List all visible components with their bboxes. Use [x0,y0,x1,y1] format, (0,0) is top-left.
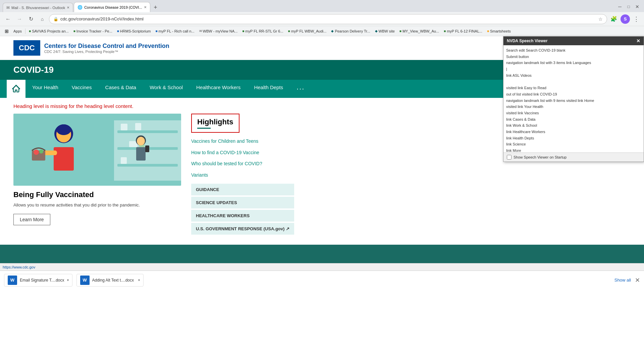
browser-tabs: ✉ Mail - S. Bhuvaneswari - Outlook ✕ 🌐 C… [3,0,160,12]
nvda-line-13: link Healthcare Workers [506,130,545,134]
extensions-icon[interactable]: 🧩 [609,14,619,24]
bookmark-myview[interactable]: ■MY_View_WBW_Au... [397,28,441,34]
bookmark-sep-1 [25,28,25,34]
nvda-startup-checkbox[interactable] [507,155,512,160]
lock-icon: 🔒 [53,17,58,21]
government-response-box[interactable]: U.S. GOVERNMENT RESPONSE (USA.gov) ↗ [191,223,294,235]
nav-work-school[interactable]: Work & School [143,80,190,98]
bookmark-myp-final[interactable]: ■myP FL 6-12 FINAL... [442,28,484,34]
status-url: https://www.cdc.gov [3,265,35,269]
download-name-1: Email Signature T....docx [20,278,64,283]
svg-point-20 [39,149,43,154]
download-bar: W Email Signature T....docx ▾ W Adding A… [0,270,644,289]
nvda-startup-label: Show Speech Viewer on Startup [514,155,567,159]
menu-dots-icon[interactable]: ⋮ [632,15,641,23]
nvda-line-12: link Work & School [506,123,537,127]
highlights-title: Highlights [197,118,233,126]
nav-your-health[interactable]: Your Health [25,80,65,98]
tab-mail[interactable]: ✉ Mail - S. Bhuvaneswari - Outlook ✕ [3,3,73,12]
cdc-tab-title: Coronavirus Disease 2019 (COVI... [84,5,142,9]
bookmark-smartsheets[interactable]: ■Smartsheets [485,28,513,34]
bookmarks-apps-icon[interactable]: ⊞ [3,27,11,35]
show-all-button[interactable]: Show all [614,278,631,283]
science-updates-box[interactable]: SCIENCE UPDATES [191,197,294,208]
nvda-line-5: link ASL Videos [506,73,532,77]
home-browser-button[interactable]: ⌂ [38,14,47,24]
address-bar[interactable]: 🔒 cdc.gov/coronavirus/2019-nCoV/index.ht… [49,14,607,24]
nav-health-depts[interactable]: Health Depts [247,80,290,98]
nav-vaccines[interactable]: Vaccines [65,80,99,98]
bookmarks-bar: ⊞ Apps ■SAVVAS Projects an... ■Invoice T… [0,26,644,36]
bookmark-myp-fl[interactable]: ■myP FL RR-STL Gr 6... [240,28,285,34]
bookmark-hrms[interactable]: ■HRMS-Scriptorium [115,28,153,34]
nvda-line-7: out of list visited link COVID-19 [506,92,557,96]
bookmark-pearson[interactable]: ◆Pearson Delivery Tr... [329,28,372,34]
highlight-link-1[interactable]: Vaccines for Children and Teens [191,138,294,145]
profile-icon[interactable]: S [621,14,630,24]
nvda-line-15: link Science [506,142,526,146]
download-chevron-2: ▾ [138,278,140,282]
bookmark-wbw-site[interactable]: ◆WBW site [373,28,397,34]
nvda-line-9: visited link Your Health [506,105,543,109]
highlight-links: Vaccines for Children and Teens How to f… [191,138,294,178]
hero-description: Allows you to resume activities that you… [13,202,181,208]
download-icon-1: W [8,276,17,285]
healthcare-workers-box[interactable]: HEALTHCARE WORKERS [191,210,294,222]
browser-chrome: ✉ Mail - S. Bhuvaneswari - Outlook ✕ 🌐 C… [0,0,644,12]
forward-button[interactable]: → [15,14,24,24]
download-item-1[interactable]: W Email Signature T....docx ▾ [4,274,72,287]
nav-more[interactable]: ··· [290,80,311,98]
svg-rect-24 [145,145,149,152]
new-tab-button[interactable]: + [151,3,160,12]
mail-tab-close[interactable]: ✕ [67,6,69,9]
address-bar-row: ← → ↻ ⌂ 🔒 cdc.gov/coronavirus/2019-nCoV/… [0,12,644,26]
highlight-link-2[interactable]: How to find a COVID-19 Vaccine [191,149,294,156]
highlight-link-3[interactable]: Who should be tested for COVID? [191,161,294,167]
bookmark-apps-label[interactable]: Apps [11,28,24,34]
nav-home[interactable] [7,80,25,98]
nvda-line-8: navigation landmark list with 9 items vi… [506,99,594,103]
bookmark-star-icon[interactable]: ☆ [598,16,603,22]
nvda-close-icon[interactable]: ✕ [636,38,640,44]
download-info-1: Email Signature T....docx [20,278,64,283]
download-bar-close-icon[interactable]: ✕ [635,277,640,284]
nvda-title-bar[interactable]: NVDA Speech Viewer ✕ [503,37,644,45]
svg-point-22 [137,137,145,145]
nvda-line-4: | [506,67,507,71]
tab-coronavirus[interactable]: 🌐 Coronavirus Disease 2019 (COVI... ✕ [74,2,150,12]
mail-tab-icon: ✉ [6,5,10,10]
bookmark-myp-wbw[interactable]: ■myP FL WBW_Audi... [286,28,329,34]
nvda-line-3: navigation landmark list with 3 items li… [506,61,591,65]
bookmark-wbw[interactable]: ✉WBW - myView NA... [197,28,240,34]
bookmark-invoice[interactable]: ■Invoice Tracker - Pe... [71,28,114,34]
nvda-title: NVDA Speech Viewer [507,39,547,43]
svg-rect-23 [136,147,146,161]
refresh-button[interactable]: ↻ [26,14,36,24]
learn-more-button[interactable]: Learn More [13,214,50,225]
maximize-icon[interactable]: □ [625,3,633,11]
minimize-icon[interactable]: ─ [616,3,624,11]
download-name-2: Adding Alt Text t....docx [92,278,136,283]
cdc-website: CDC Centers for Disease Control and Prev… [0,36,644,263]
window-controls: ─ □ ✕ [616,3,641,12]
highlight-link-4[interactable]: Variants [191,172,294,179]
bookmark-myp[interactable]: ■myP FL - Rich call n... [154,28,197,34]
svg-rect-5 [121,124,127,130]
download-info-2: Adding Alt Text t....docx [92,278,136,283]
nvda-line-14: link Health Depts [506,136,534,140]
highlights-underline [197,128,211,129]
mail-tab-title: Mail - S. Bhuvaneswari - Outlook [11,6,65,10]
cdc-tab-close[interactable]: ✕ [144,5,147,9]
download-item-2[interactable]: W Adding Alt Text t....docx ▾ [76,274,144,287]
nvda-line-6: visited link Easy to Read [506,86,546,90]
back-button[interactable]: ← [3,14,13,24]
bookmark-savvas[interactable]: ■SAVVAS Projects an... [27,28,71,34]
cdc-logo: CDC Centers for Disease Control and Prev… [13,40,169,56]
svg-rect-6 [129,124,134,130]
download-bar-right: Show all ✕ [614,277,640,284]
guidance-box-1[interactable]: GUIDANCE [191,184,294,195]
nav-cases-data[interactable]: Cases & Data [99,80,143,98]
nvda-content[interactable]: Search edit Search COVID-19 blank Submit… [503,45,644,153]
nav-healthcare-workers[interactable]: Healthcare Workers [190,80,247,98]
close-icon[interactable]: ✕ [633,3,641,11]
